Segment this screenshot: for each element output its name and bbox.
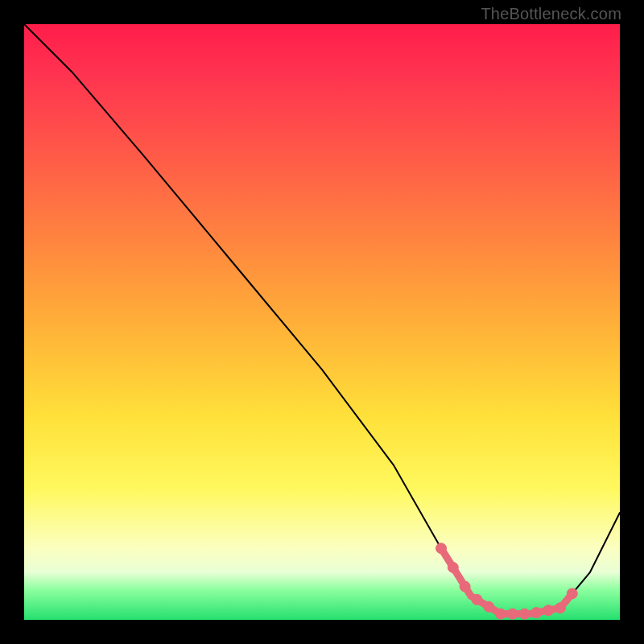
highlight-dot bbox=[472, 594, 482, 605]
highlight-dots bbox=[436, 543, 578, 619]
highlight-dot bbox=[543, 605, 554, 616]
watermark-text: TheBottleneck.com bbox=[481, 5, 621, 23]
highlight-dot bbox=[436, 543, 447, 554]
highlight-segment bbox=[441, 548, 572, 613]
highlight-dot bbox=[507, 609, 518, 619]
highlight-dot bbox=[531, 608, 542, 618]
highlight-dot bbox=[496, 609, 506, 619]
highlight-dot bbox=[448, 562, 458, 572]
curve-line bbox=[24, 24, 620, 614]
curve-svg bbox=[24, 24, 620, 620]
chart-frame: TheBottleneck.com bbox=[0, 0, 644, 644]
highlight-dot bbox=[555, 603, 566, 613]
highlight-dot bbox=[484, 601, 494, 612]
highlight-dot bbox=[567, 588, 577, 599]
highlight-dot bbox=[460, 581, 470, 592]
highlight-dot bbox=[519, 609, 530, 619]
plot-area bbox=[24, 24, 620, 620]
